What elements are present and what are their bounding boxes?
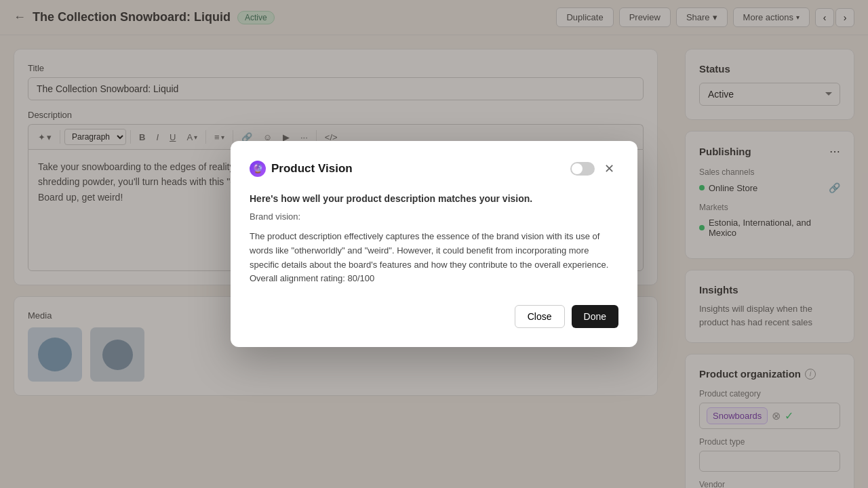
modal-content: Here's how well your product description… bbox=[250, 191, 618, 286]
modal-close-button[interactable]: Close bbox=[515, 305, 565, 328]
modal-overlay: 🔮 Product Vision ✕ Here's how well your … bbox=[0, 0, 868, 488]
modal-header: 🔮 Product Vision ✕ bbox=[250, 160, 618, 178]
modal-body-text: The product description effectively capt… bbox=[250, 230, 618, 286]
modal-footer: Close Done bbox=[250, 305, 618, 328]
modal-toggle[interactable] bbox=[570, 162, 595, 176]
modal-heading: Here's how well your product description… bbox=[250, 191, 618, 206]
modal-close-x-button[interactable]: ✕ bbox=[600, 160, 618, 178]
modal-subheading: Brand vision: bbox=[250, 210, 618, 224]
product-vision-icon: 🔮 bbox=[250, 161, 266, 177]
modal-title: 🔮 Product Vision bbox=[250, 161, 353, 177]
modal-done-button[interactable]: Done bbox=[572, 305, 618, 328]
product-vision-modal: 🔮 Product Vision ✕ Here's how well your … bbox=[231, 141, 637, 347]
modal-controls: ✕ bbox=[570, 160, 618, 178]
